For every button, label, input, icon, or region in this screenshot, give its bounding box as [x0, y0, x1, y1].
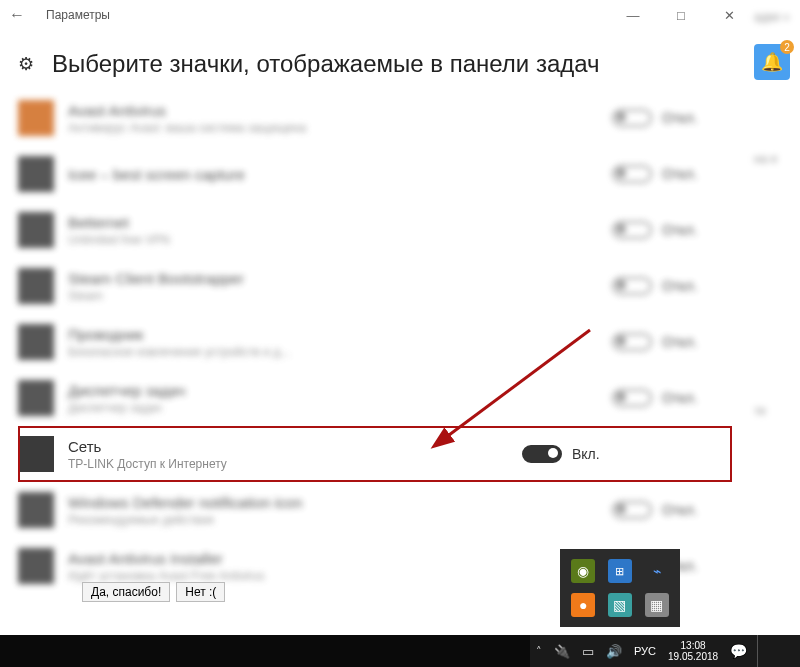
toggle-group: Откл.: [612, 501, 732, 519]
item-text: BetternetUnlimited free VPN: [68, 214, 602, 247]
close-button[interactable]: ✕: [714, 8, 744, 23]
toggle-switch[interactable]: [612, 333, 652, 351]
item-subtitle: Рекомендуемые действия: [68, 513, 348, 527]
item-subtitle: Steam: [68, 289, 348, 303]
taskbar-clock[interactable]: 13:08 19.05.2018: [668, 640, 718, 662]
app-icon: [18, 436, 54, 472]
toggle-group: Откл.: [612, 165, 732, 183]
item-subtitle: TP-LINK Доступ к Интернету: [68, 457, 348, 471]
list-item: Icee – best screen captureОткл.: [18, 146, 732, 202]
item-text: Icee – best screen capture: [68, 166, 602, 183]
item-title: Betternet: [68, 214, 602, 231]
toggle-group: Откл.: [612, 389, 732, 407]
toggle-group: Откл.: [612, 109, 732, 127]
list-item: Steam Client BootstrapperSteamОткл.: [18, 258, 732, 314]
settings-window: ← Параметры — □ ✕ ⚙ Выберите значки, ото…: [0, 0, 750, 620]
item-title: Avast Antivirus Installer: [68, 550, 602, 567]
show-desktop-button[interactable]: [757, 635, 765, 667]
item-text: Windows Defender notification iconРекоме…: [68, 494, 602, 527]
system-tray-popup: ◉ ⊞ ⌁ ● ▧ ▦: [560, 549, 680, 627]
toggle-switch[interactable]: [522, 445, 562, 463]
list-item: BetternetUnlimited free VPNОткл.: [18, 202, 732, 258]
gear-icon: ⚙: [18, 53, 34, 75]
list-item: Avast AntivirusАнтивирус Avast: ваша сис…: [18, 90, 732, 146]
list-item: ПроводникБезопасное извлечение устройств…: [18, 314, 732, 370]
toggle-switch[interactable]: [612, 221, 652, 239]
item-title: Windows Defender notification icon: [68, 494, 602, 511]
toggle-switch[interactable]: [612, 501, 652, 519]
toggle-group: Откл.: [612, 277, 732, 295]
taskbar: ˄ 🔌 ▭ 🔊 РУС 13:08 19.05.2018 💬: [0, 635, 800, 667]
page-header: ⚙ Выберите значки, отображаемые в панели…: [0, 30, 750, 90]
app-icon: [18, 100, 54, 136]
item-title: Диспетчер задач: [68, 382, 602, 399]
icon-list: Avast AntivirusАнтивирус Avast: ваша сис…: [0, 90, 750, 594]
windows-tray-icon[interactable]: ⊞: [608, 559, 632, 583]
toggle-state: Откл.: [662, 334, 698, 350]
misc-tray-icon[interactable]: ▦: [645, 593, 669, 617]
language-indicator[interactable]: РУС: [634, 645, 656, 657]
toggle-switch[interactable]: [612, 389, 652, 407]
item-title: Проводник: [68, 326, 602, 343]
titlebar: ← Параметры — □ ✕: [0, 0, 750, 30]
page-title: Выберите значки, отображаемые в панели з…: [52, 50, 600, 78]
app-icon: [18, 324, 54, 360]
app-icon: [18, 492, 54, 528]
avast-tray-icon[interactable]: ●: [571, 593, 595, 617]
no-button[interactable]: Нет :(: [176, 582, 225, 602]
item-text: СетьTP-LINK Доступ к Интернету: [68, 438, 512, 471]
app-icon: [18, 212, 54, 248]
minimize-button[interactable]: —: [618, 8, 648, 23]
network-tray-icon[interactable]: ▭: [582, 644, 594, 659]
item-text: Avast Antivirus InstallerИдёт установка …: [68, 550, 602, 583]
item-text: Диспетчер задачДиспетчер задач: [68, 382, 602, 415]
toggle-state: Вкл.: [572, 446, 600, 462]
item-text: ПроводникБезопасное извлечение устройств…: [68, 326, 602, 359]
tray-chevron-icon[interactable]: ˄: [536, 645, 542, 658]
maximize-button[interactable]: □: [666, 8, 696, 23]
volume-tray-icon[interactable]: 🔊: [606, 644, 622, 659]
bluetooth-tray-icon[interactable]: ⌁: [645, 559, 669, 583]
list-item: СетьTP-LINK Доступ к ИнтернетуВкл.: [18, 426, 732, 482]
toggle-switch[interactable]: [612, 165, 652, 183]
taskbar-left: [0, 635, 530, 667]
toggle-state: Откл.: [662, 110, 698, 126]
app-icon: [18, 156, 54, 192]
app-icon: [18, 548, 54, 584]
toggle-state: Откл.: [662, 166, 698, 182]
item-text: Steam Client BootstrapperSteam: [68, 270, 602, 303]
back-button[interactable]: ←: [6, 6, 28, 24]
toggle-state: Откл.: [662, 502, 698, 518]
app-icon: [18, 380, 54, 416]
item-subtitle: Идёт установка Avast Free Antivirus: [68, 569, 348, 583]
item-subtitle: Безопасное извлечение устройств и д...: [68, 345, 348, 359]
yes-button[interactable]: Да, спасибо!: [82, 582, 170, 602]
power-tray-icon[interactable]: 🔌: [554, 644, 570, 659]
list-item: Windows Defender notification iconРекоме…: [18, 482, 732, 538]
window-title: Параметры: [46, 8, 110, 22]
toggle-state: Откл.: [662, 222, 698, 238]
app-icon: [18, 268, 54, 304]
toggle-group: Откл.: [612, 333, 732, 351]
nvidia-tray-icon[interactable]: ◉: [571, 559, 595, 583]
item-title: Steam Client Bootstrapper: [68, 270, 602, 287]
item-subtitle: Антивирус Avast: ваша система защищена: [68, 121, 348, 135]
item-text: Avast AntivirusАнтивирус Avast: ваша сис…: [68, 102, 602, 135]
list-item: Диспетчер задачДиспетчер задачОткл.: [18, 370, 732, 426]
taskbar-date: 19.05.2018: [668, 651, 718, 662]
taskbar-time: 13:08: [668, 640, 718, 651]
item-title: Avast Antivirus: [68, 102, 602, 119]
notification-badge: 2: [780, 40, 794, 54]
action-center-icon[interactable]: 💬: [730, 643, 747, 659]
toggle-state: Откл.: [662, 390, 698, 406]
app-tray-icon[interactable]: ▧: [608, 593, 632, 617]
toggle-switch[interactable]: [612, 109, 652, 127]
background-page: адки » на е те: [750, 0, 800, 620]
toggle-state: Откл.: [662, 278, 698, 294]
item-subtitle: Диспетчер задач: [68, 401, 348, 415]
toggle-group: Откл.: [612, 221, 732, 239]
notification-bell-icon[interactable]: 🔔 2: [754, 44, 790, 80]
toggle-switch[interactable]: [612, 277, 652, 295]
dialog-buttons: Да, спасибо! Нет :(: [82, 582, 225, 602]
toggle-group: Вкл.: [522, 445, 642, 463]
